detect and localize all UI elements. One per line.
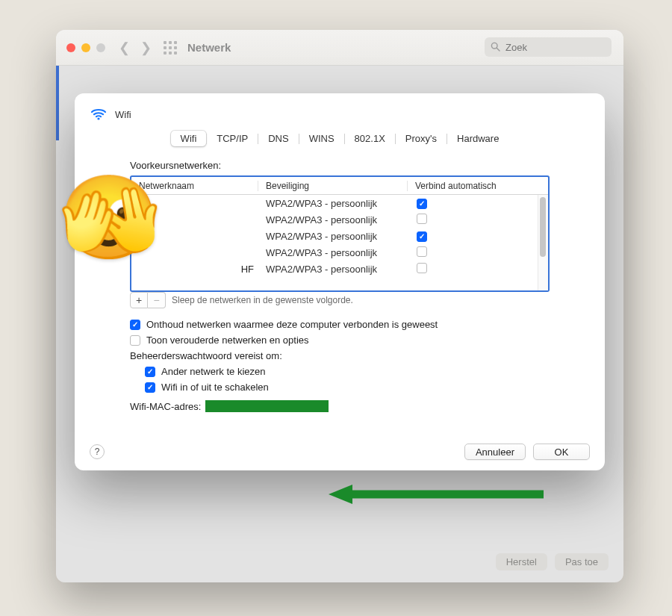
tab-wins[interactable]: WINS xyxy=(299,131,344,146)
help-button[interactable]: ? xyxy=(90,444,105,459)
cancel-button[interactable]: Annuleer xyxy=(464,444,526,460)
tab-hardware[interactable]: Hardware xyxy=(447,131,508,146)
show-legacy-label: Toon verouderde netwerken en opties xyxy=(146,335,309,346)
col-security[interactable]: Beveiliging xyxy=(258,181,408,191)
auto-connect-checkbox[interactable] xyxy=(417,231,427,242)
wifi-icon xyxy=(90,105,108,123)
tab-wifi[interactable]: Wifi xyxy=(171,131,207,146)
sheet-title: Wifi xyxy=(115,109,131,120)
table-header: Netwerknaam Beveiliging Verbind automati… xyxy=(131,177,548,195)
network-name: HF xyxy=(131,264,258,275)
network-security: WPA2/WPA3 - persoonlijk xyxy=(258,231,408,242)
remember-networks-label: Onthoud netwerken waarmee deze computer … xyxy=(146,319,438,330)
tab-dns[interactable]: DNS xyxy=(258,131,298,146)
table-row[interactable]: WPA2/WPA3 - persoonlijk xyxy=(131,211,538,228)
wifi-advanced-sheet: Wifi Wifi TCP/IP DNS WINS 802.1X Proxy's… xyxy=(75,93,605,470)
col-auto-connect[interactable]: Verbind automatisch xyxy=(408,181,548,191)
auto-connect-checkbox[interactable] xyxy=(417,246,427,257)
scrollbar[interactable] xyxy=(538,195,548,290)
add-remove-bar: + − Sleep de netwerken in de gewenste vo… xyxy=(130,292,591,308)
network-security: WPA2/WPA3 - persoonlijk xyxy=(258,247,408,258)
preferred-networks-table: Netwerknaam Beveiliging Verbind automati… xyxy=(130,175,550,292)
wifi-mac-label: Wifi-MAC-adres: xyxy=(130,401,201,412)
drag-order-hint: Sleep de netwerken in de gewenste volgor… xyxy=(172,295,353,305)
nav-arrows: ❮ ❯ xyxy=(119,40,152,56)
admin-required-label: Beheerderswachtwoord vereist om: xyxy=(130,350,591,361)
svg-line-1 xyxy=(497,48,500,51)
network-security: WPA2/WPA3 - persoonlijk xyxy=(258,214,408,225)
ok-button[interactable]: OK xyxy=(533,444,590,460)
admin-toggle-wifi-label: Wifi in of uit te schakelen xyxy=(161,382,269,393)
table-row[interactable]: WPA2/WPA3 - persoonlijk xyxy=(131,228,538,244)
search-input[interactable] xyxy=(485,37,612,57)
forward-button[interactable]: ❯ xyxy=(140,40,152,56)
add-network-button[interactable]: + xyxy=(130,292,148,308)
svg-point-2 xyxy=(97,117,99,119)
close-window-button[interactable] xyxy=(66,43,75,52)
admin-change-network-label: Ander netwerk te kiezen xyxy=(161,366,265,377)
titlebar: ❮ ❯ Netwerk xyxy=(56,30,623,66)
wifi-mac-redacted xyxy=(205,400,329,412)
remember-networks-checkbox[interactable] xyxy=(130,320,140,330)
window-controls xyxy=(66,43,105,52)
scrollbar-thumb[interactable] xyxy=(540,197,546,257)
search-wrap xyxy=(485,37,612,57)
tab-proxys[interactable]: Proxy's xyxy=(396,131,447,146)
tab-tcpip[interactable]: TCP/IP xyxy=(207,131,258,146)
zoom-window-button[interactable] xyxy=(96,43,105,52)
table-row[interactable]: WPA2/WPA3 - persoonlijk xyxy=(131,195,538,211)
remove-network-button[interactable]: − xyxy=(148,292,166,308)
back-button[interactable]: ❮ xyxy=(119,40,130,56)
admin-toggle-wifi-checkbox[interactable] xyxy=(145,382,155,393)
network-security: WPA2/WPA3 - persoonlijk xyxy=(258,264,408,275)
apply-button[interactable]: Pas toe xyxy=(555,553,609,570)
tab-bar: Wifi TCP/IP DNS WINS 802.1X Proxy's Hard… xyxy=(169,129,511,148)
search-icon xyxy=(491,42,500,54)
table-row[interactable]: HF WPA2/WPA3 - persoonlijk xyxy=(131,261,538,277)
window-title: Netwerk xyxy=(187,41,231,54)
network-security: WPA2/WPA3 - persoonlijk xyxy=(258,198,408,209)
admin-change-network-checkbox[interactable] xyxy=(145,367,155,377)
tab-8021x[interactable]: 802.1X xyxy=(345,131,395,146)
window-action-buttons: Herstel Pas toe xyxy=(496,553,609,570)
table-row[interactable]: WPA2/WPA3 - persoonlijk xyxy=(131,244,538,261)
minimize-window-button[interactable] xyxy=(81,43,90,52)
show-legacy-checkbox[interactable] xyxy=(130,335,140,346)
auto-connect-checkbox[interactable] xyxy=(417,199,427,209)
show-all-icon[interactable] xyxy=(164,41,177,55)
auto-connect-checkbox[interactable] xyxy=(417,214,427,224)
col-network-name[interactable]: Netwerknaam xyxy=(131,181,258,191)
preferred-networks-label: Voorkeursnetwerken: xyxy=(130,160,591,171)
auto-connect-checkbox[interactable] xyxy=(417,263,427,273)
revert-button[interactable]: Herstel xyxy=(496,553,547,570)
